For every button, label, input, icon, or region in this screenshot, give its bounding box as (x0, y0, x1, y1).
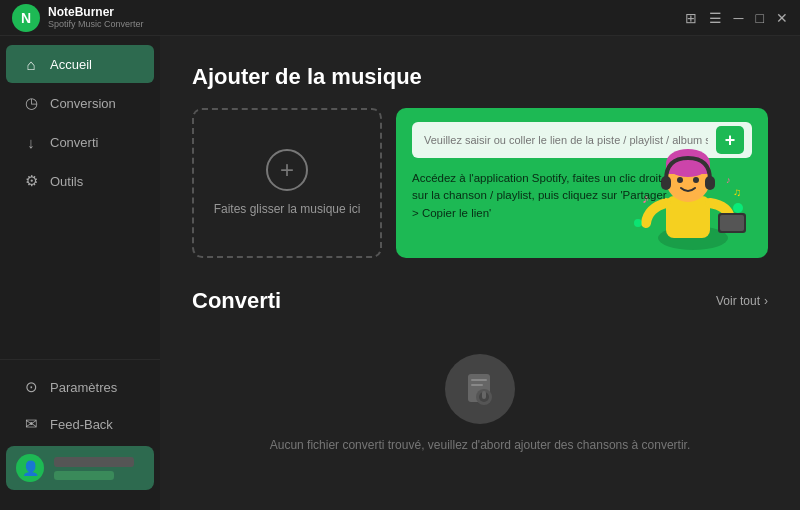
empty-icon (445, 354, 515, 424)
svg-point-7 (677, 177, 683, 183)
add-music-row: + Faites glisser la musique ici + Accéde… (192, 108, 768, 258)
svg-rect-17 (471, 379, 487, 381)
empty-state: Aucun fichier converti trouvé, veuillez … (192, 334, 768, 462)
sidebar-item-outils[interactable]: ⚙ Outils (6, 162, 154, 200)
url-box: + Accédez à l'application Spotify, faite… (396, 108, 768, 258)
svg-rect-10 (720, 215, 744, 231)
drag-label: Faites glisser la musique ici (214, 201, 361, 218)
sidebar-item-accueil[interactable]: ⌂ Accueil (6, 45, 154, 83)
svg-text:♫: ♫ (733, 186, 741, 198)
feedback-icon: ✉ (22, 415, 40, 433)
main-layout: ⌂ Accueil ◷ Conversion ↓ Converti ⚙ Outi… (0, 36, 800, 510)
app-logo: N (12, 4, 40, 32)
sidebar-bottom: ⊙ Paramètres ✉ Feed-Back 👤 (0, 359, 160, 502)
outils-icon: ⚙ (22, 172, 40, 190)
user-subscription (54, 471, 114, 480)
sidebar-label-parametres: Paramètres (50, 380, 117, 395)
user-avatar: 👤 (16, 454, 44, 482)
converti-header: Converti Voir tout › (192, 288, 768, 314)
svg-text:♪: ♪ (726, 175, 731, 185)
close-icon[interactable]: ✕ (776, 10, 788, 26)
converti-title: Converti (192, 288, 281, 314)
app-subtitle: Spotify Music Converter (48, 19, 144, 30)
sidebar-label-outils: Outils (50, 174, 83, 189)
svg-rect-18 (471, 384, 483, 386)
empty-state-text: Aucun fichier converti trouvé, veuillez … (270, 438, 691, 452)
sidebar-item-conversion[interactable]: ◷ Conversion (6, 84, 154, 122)
titlebar-controls: ⊞ ☰ ─ □ ✕ (685, 10, 788, 26)
app-name: NoteBurner (48, 5, 144, 19)
maximize-icon[interactable]: □ (756, 10, 764, 26)
voir-tout-label: Voir tout (716, 294, 760, 308)
svg-point-14 (733, 203, 743, 213)
user-info (54, 457, 144, 480)
sidebar-label-feedback: Feed-Back (50, 417, 113, 432)
svg-point-8 (693, 177, 699, 183)
user-item[interactable]: 👤 (6, 446, 154, 490)
grid-icon[interactable]: ⊞ (685, 10, 697, 26)
titlebar: N NoteBurner Spotify Music Converter ⊞ ☰… (0, 0, 800, 36)
empty-file-icon (460, 369, 500, 409)
add-music-title: Ajouter de la musique (192, 64, 768, 90)
url-instructions: Accédez à l'application Spotify, faites … (412, 170, 672, 222)
sidebar-item-feedback[interactable]: ✉ Feed-Back (6, 406, 154, 442)
menu-icon[interactable]: ☰ (709, 10, 722, 26)
sidebar-label-conversion: Conversion (50, 96, 116, 111)
sidebar-label-accueil: Accueil (50, 57, 92, 72)
home-icon: ⌂ (22, 55, 40, 73)
svg-rect-6 (705, 176, 715, 190)
titlebar-left: N NoteBurner Spotify Music Converter (12, 4, 144, 32)
user-name (54, 457, 134, 467)
svg-rect-1 (666, 196, 710, 238)
sidebar: ⌂ Accueil ◷ Conversion ↓ Converti ⚙ Outi… (0, 36, 160, 510)
minimize-icon[interactable]: ─ (734, 10, 744, 26)
sidebar-item-converti[interactable]: ↓ Converti (6, 123, 154, 161)
sidebar-label-converti: Converti (50, 135, 98, 150)
parametres-icon: ⊙ (22, 378, 40, 396)
voir-tout-button[interactable]: Voir tout › (716, 294, 768, 308)
sidebar-item-parametres[interactable]: ⊙ Paramètres (6, 369, 154, 405)
drag-drop-box[interactable]: + Faites glisser la musique ici (192, 108, 382, 258)
sidebar-nav: ⌂ Accueil ◷ Conversion ↓ Converti ⚙ Outi… (0, 44, 160, 359)
content-area: Ajouter de la musique + Faites glisser l… (160, 36, 800, 510)
voir-tout-arrow: › (764, 294, 768, 308)
drag-plus-icon: + (266, 149, 308, 191)
app-title-block: NoteBurner Spotify Music Converter (48, 5, 144, 30)
converti-icon: ↓ (22, 133, 40, 151)
conversion-icon: ◷ (22, 94, 40, 112)
svg-rect-21 (482, 391, 486, 399)
logo-letter: N (21, 10, 31, 26)
